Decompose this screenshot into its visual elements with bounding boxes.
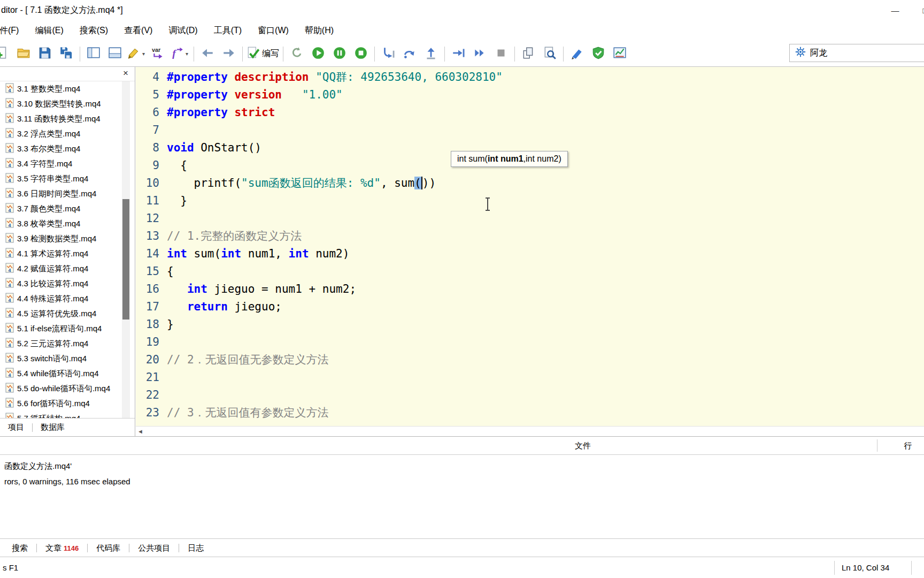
code-line-16[interactable]: 16 int jieguo = num1 + num2; [136,280,924,298]
code-text[interactable]: #property description "QQ群: 492653640, 6… [167,69,503,86]
output-line[interactable]: 函数定义方法.mq4' [4,458,920,474]
community-login-button[interactable]: 阿龙 [789,44,924,62]
code-line-20[interactable]: 20// 2．无返回值无参数定义方法 [136,351,924,369]
code-text[interactable]: int jieguo = num1 + num2; [167,280,356,298]
code-text[interactable]: { [167,157,187,174]
code-line-10[interactable]: 10 printf("sum函数返回的结果: %d", sum()) [136,174,924,192]
tree-item[interactable]: 43.8 枚举类型.mq4 [0,216,120,231]
line-number[interactable]: 17 [136,298,167,316]
line-number[interactable]: 21 [136,369,167,386]
code-line-18[interactable]: 18} [136,316,924,333]
menu-search[interactable]: 搜索(S) [72,20,116,41]
line-number[interactable]: 12 [136,210,167,227]
code-text[interactable]: // 1.完整的函数定义方法 [167,227,302,245]
layout-toolbox-button[interactable] [104,44,126,64]
code-text[interactable]: // 2．无返回值无参数定义方法 [167,351,329,369]
line-number[interactable]: 7 [136,121,167,139]
tree-item[interactable]: 43.1 整数类型.mq4 [0,81,120,96]
code-line-12[interactable]: 12 [136,210,924,227]
tree-item[interactable]: 45.6 for循环语句.mq4 [0,396,120,411]
code-text[interactable]: // 3．无返回值有参数定义方法 [167,404,329,422]
find-in-files-button[interactable] [539,44,560,64]
layout-navigator-button[interactable] [83,44,104,64]
tab-project[interactable]: 项目 [0,419,32,436]
line-number[interactable]: 16 [136,280,167,298]
step-out-button[interactable] [420,44,442,64]
menu-edit[interactable]: 编辑(E) [27,20,71,41]
close-icon[interactable]: × [120,68,131,79]
save-all-button[interactable] [56,44,77,64]
tree-item[interactable]: 45.5 do-while循环语句.mq4 [0,381,120,396]
line-number[interactable]: 20 [136,351,167,369]
code-text[interactable]: #property strict [167,104,275,121]
stop-process-button[interactable] [490,44,512,64]
tree-item[interactable]: 43.7 颜色类型.mq4 [0,201,120,216]
compile-button[interactable]: 编写 [245,44,280,64]
minimize-button[interactable]: — [880,0,910,20]
tree-item[interactable]: 45.7 循环结构.mq4 [0,411,120,419]
copy-button[interactable] [518,44,539,64]
tree-item[interactable]: 44.2 赋值运算符.mq4 [0,261,120,276]
navigator-scrollbar[interactable] [122,81,130,419]
run-to-cursor-button[interactable] [448,44,469,64]
tree-item[interactable]: 44.4 特殊运算符.mq4 [0,291,120,306]
code-text[interactable]: #property version "1.00" [167,86,343,104]
code-text[interactable]: } [167,316,174,333]
code-line-17[interactable]: 17 return jieguo; [136,298,924,316]
code-line-7[interactable]: 7 [136,121,924,139]
tab-projects[interactable]: 公共项目 [129,539,179,557]
line-number[interactable]: 22 [136,386,167,404]
styler-button[interactable]: ▾ [126,44,148,64]
line-number[interactable]: 18 [136,316,167,333]
editor-hscrollbar[interactable]: ◄ [136,426,924,436]
line-number[interactable]: 23 [136,404,167,422]
forward-button[interactable] [218,44,240,64]
tree-item[interactable]: 44.1 算术运算符.mq4 [0,246,120,261]
tree-item[interactable]: 43.11 函数转换类型.mq4 [0,111,120,126]
tab-codebase[interactable]: 代码库 [88,539,129,557]
code-line-14[interactable]: 14int sum(int num1, int num2) [136,245,924,263]
menu-tools[interactable]: 工具(T) [206,20,250,41]
add-variable-button[interactable]: var [148,44,169,64]
tree-item[interactable]: 45.3 switch语句.mq4 [0,351,120,366]
output-line[interactable]: rors, 0 warnings, 116 msec elapsed [4,474,920,489]
tree-item[interactable]: 44.3 比较运算符.mq4 [0,276,120,291]
tree-item[interactable]: 43.5 字符串类型.mq4 [0,171,120,186]
storage-check-button[interactable] [588,44,609,64]
line-number[interactable]: 10 [136,174,167,192]
code-line-19[interactable]: 19 [136,333,924,351]
menu-help[interactable]: 帮助(H) [297,20,342,41]
menu-debug[interactable]: 调试(D) [160,20,205,41]
code-editor[interactable]: 4#property description "QQ群: 492653640, … [136,67,924,436]
tab-database[interactable]: 数据库 [33,419,73,436]
code-text[interactable]: printf("sum函数返回的结果: %d", sum()) [167,174,436,192]
start-debug-button[interactable] [307,44,329,64]
code-line-4[interactable]: 4#property description "QQ群: 492653640, … [136,69,924,86]
step-over-button[interactable] [399,44,420,64]
line-number[interactable]: 19 [136,333,167,351]
scrollbar-thumb[interactable] [122,199,129,320]
tree-item[interactable]: 45.1 if-else流程语句.mq4 [0,321,120,336]
chevron-down-icon[interactable]: ▾ [184,51,190,57]
tab-search[interactable]: 搜索 [3,539,36,557]
code-text[interactable]: { [167,263,174,280]
line-number[interactable]: 4 [136,69,167,86]
menu-view[interactable]: 查看(V) [116,20,160,41]
tree-item[interactable]: 44.5 运算符优先级.mq4 [0,306,120,321]
tree-item[interactable]: 43.9 检测数据类型.mq4 [0,231,120,246]
menu-window[interactable]: 窗口(W) [250,20,297,41]
code-line-11[interactable]: 11 } [136,192,924,210]
step-into-button[interactable] [378,44,399,64]
tab-journal[interactable]: 日志 [179,539,212,557]
stop-debug-button[interactable] [350,44,372,64]
code-line-13[interactable]: 13// 1.完整的函数定义方法 [136,227,924,245]
tree-item[interactable]: 45.2 三元运算符.mq4 [0,336,120,351]
tree-item[interactable]: 45.4 while循环语句.mq4 [0,366,120,381]
line-number[interactable]: 11 [136,192,167,210]
tree-item[interactable]: 43.10 数据类型转换.mq4 [0,96,120,111]
code-text[interactable]: } [167,192,187,210]
add-function-button[interactable]: f▾ [169,44,191,64]
code-line-21[interactable]: 21 [136,369,924,386]
fast-forward-button[interactable] [469,44,490,64]
menu-file[interactable]: 文件(F) [0,20,27,41]
